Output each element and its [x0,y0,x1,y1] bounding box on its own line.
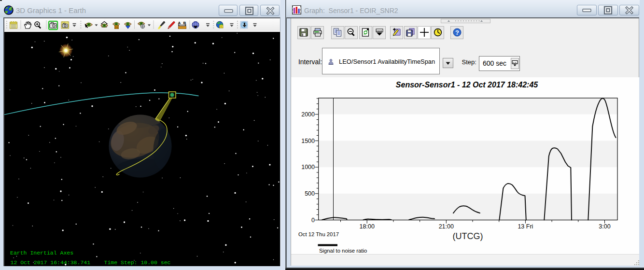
svg-text:B: B [183,21,186,25]
svg-text:18:00: 18:00 [360,223,375,230]
svg-text:A: A [178,21,181,25]
svg-text:Oct 12 Thu 2017: Oct 12 Thu 2017 [298,231,339,237]
svg-text:1000: 1000 [301,164,315,171]
svg-text:500: 500 [305,190,315,197]
svg-text:13 Fri: 13 Fri [518,223,533,230]
svg-text:Earth Inertial Axes: Earth Inertial Axes [10,249,73,256]
svg-text:0: 0 [311,217,315,224]
svg-text:2000: 2000 [301,111,315,118]
svg-text:Time Step: 10.00 sec: Time Step: 10.00 sec [104,259,170,265]
svg-text:?: ? [455,29,459,36]
svg-text:(UTCG): (UTCG) [453,231,483,241]
svg-text:1500: 1500 [301,138,315,144]
svg-text:Signal to noise ratio: Signal to noise ratio [319,248,367,254]
svg-text:3:00: 3:00 [599,223,610,230]
svg-text:21:00: 21:00 [439,223,454,230]
svg-text:Sensor-Sensor1 - 12 Oct 2017 1: Sensor-Sensor1 - 12 Oct 2017 18:42:45 [396,81,538,89]
svg-text:12 Oct 2017 16:44:38.741: 12 Oct 2017 16:44:38.741 [10,259,90,265]
